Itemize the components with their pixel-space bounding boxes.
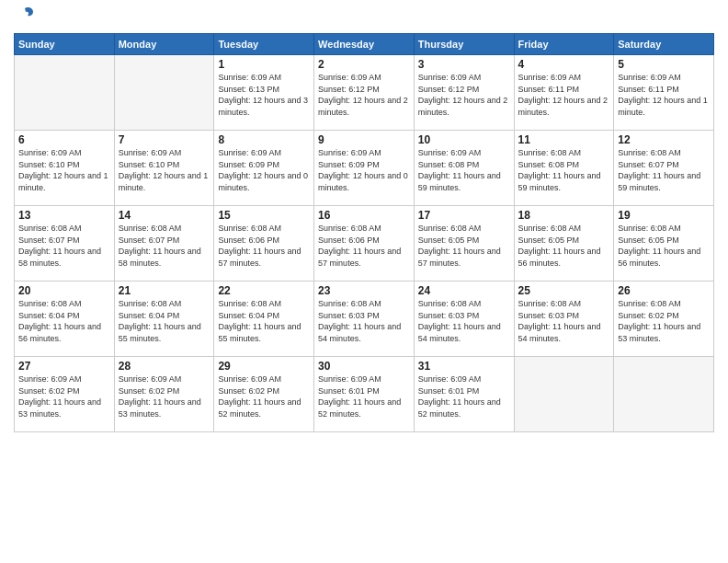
day-info: Sunrise: 6:09 AM Sunset: 6:01 PM Dayligh… bbox=[318, 373, 410, 419]
day-info: Sunrise: 6:09 AM Sunset: 6:02 PM Dayligh… bbox=[18, 373, 110, 419]
day-number: 13 bbox=[18, 209, 110, 222]
day-info: Sunrise: 6:08 AM Sunset: 6:03 PM Dayligh… bbox=[518, 298, 610, 344]
day-number: 26 bbox=[618, 284, 710, 297]
day-info: Sunrise: 6:08 AM Sunset: 6:02 PM Dayligh… bbox=[618, 298, 710, 344]
day-info: Sunrise: 6:09 AM Sunset: 6:10 PM Dayligh… bbox=[18, 147, 110, 193]
logo-bird-icon bbox=[15, 6, 35, 26]
page: SundayMondayTuesdayWednesdayThursdayFrid… bbox=[0, 0, 728, 563]
day-number: 25 bbox=[518, 284, 610, 297]
day-info: Sunrise: 6:09 AM Sunset: 6:12 PM Dayligh… bbox=[418, 72, 510, 118]
day-number: 16 bbox=[318, 209, 410, 222]
weekday-header-friday: Friday bbox=[514, 34, 614, 55]
day-info: Sunrise: 6:08 AM Sunset: 6:04 PM Dayligh… bbox=[18, 298, 110, 344]
day-number: 28 bbox=[119, 360, 210, 373]
day-number: 27 bbox=[18, 360, 110, 373]
day-info: Sunrise: 6:08 AM Sunset: 6:07 PM Dayligh… bbox=[618, 147, 710, 193]
day-info: Sunrise: 6:09 AM Sunset: 6:01 PM Dayligh… bbox=[418, 373, 510, 419]
calendar-cell: 23Sunrise: 6:08 AM Sunset: 6:03 PM Dayli… bbox=[314, 282, 415, 357]
calendar-cell: 28Sunrise: 6:09 AM Sunset: 6:02 PM Dayli… bbox=[114, 357, 214, 432]
day-number: 21 bbox=[119, 284, 210, 297]
calendar-week-4: 27Sunrise: 6:09 AM Sunset: 6:02 PM Dayli… bbox=[15, 357, 714, 432]
calendar-cell: 30Sunrise: 6:09 AM Sunset: 6:01 PM Dayli… bbox=[314, 357, 415, 432]
calendar-cell: 7Sunrise: 6:09 AM Sunset: 6:10 PM Daylig… bbox=[114, 131, 214, 206]
calendar-cell: 12Sunrise: 6:08 AM Sunset: 6:07 PM Dayli… bbox=[614, 131, 714, 206]
calendar-cell: 16Sunrise: 6:08 AM Sunset: 6:06 PM Dayli… bbox=[314, 206, 415, 282]
calendar-week-1: 6Sunrise: 6:09 AM Sunset: 6:10 PM Daylig… bbox=[15, 131, 714, 206]
calendar-cell: 2Sunrise: 6:09 AM Sunset: 6:12 PM Daylig… bbox=[314, 55, 415, 131]
day-info: Sunrise: 6:08 AM Sunset: 6:04 PM Dayligh… bbox=[218, 298, 310, 344]
day-info: Sunrise: 6:09 AM Sunset: 6:10 PM Dayligh… bbox=[119, 147, 210, 193]
day-info: Sunrise: 6:09 AM Sunset: 6:12 PM Dayligh… bbox=[318, 72, 410, 118]
day-info: Sunrise: 6:08 AM Sunset: 6:05 PM Dayligh… bbox=[518, 223, 610, 269]
calendar-cell: 3Sunrise: 6:09 AM Sunset: 6:12 PM Daylig… bbox=[414, 55, 514, 131]
day-info: Sunrise: 6:08 AM Sunset: 6:04 PM Dayligh… bbox=[119, 298, 210, 344]
calendar-cell: 1Sunrise: 6:09 AM Sunset: 6:13 PM Daylig… bbox=[214, 55, 314, 131]
calendar-cell: 9Sunrise: 6:09 AM Sunset: 6:09 PM Daylig… bbox=[314, 131, 415, 206]
calendar-week-0: 1Sunrise: 6:09 AM Sunset: 6:13 PM Daylig… bbox=[15, 55, 714, 131]
day-info: Sunrise: 6:09 AM Sunset: 6:09 PM Dayligh… bbox=[318, 147, 410, 193]
day-number: 20 bbox=[18, 284, 110, 297]
calendar-cell: 18Sunrise: 6:08 AM Sunset: 6:05 PM Dayli… bbox=[514, 206, 614, 282]
day-number: 17 bbox=[418, 209, 510, 222]
calendar-cell: 24Sunrise: 6:08 AM Sunset: 6:03 PM Dayli… bbox=[414, 282, 514, 357]
day-number: 18 bbox=[518, 209, 610, 222]
day-info: Sunrise: 6:08 AM Sunset: 6:03 PM Dayligh… bbox=[318, 298, 410, 344]
calendar-cell: 19Sunrise: 6:08 AM Sunset: 6:05 PM Dayli… bbox=[614, 206, 714, 282]
calendar-cell: 21Sunrise: 6:08 AM Sunset: 6:04 PM Dayli… bbox=[114, 282, 214, 357]
calendar-cell: 26Sunrise: 6:08 AM Sunset: 6:02 PM Dayli… bbox=[614, 282, 714, 357]
weekday-header-tuesday: Tuesday bbox=[214, 34, 314, 55]
calendar-cell: 22Sunrise: 6:08 AM Sunset: 6:04 PM Dayli… bbox=[214, 282, 314, 357]
calendar-cell: 4Sunrise: 6:09 AM Sunset: 6:11 PM Daylig… bbox=[514, 55, 614, 131]
calendar-week-2: 13Sunrise: 6:08 AM Sunset: 6:07 PM Dayli… bbox=[15, 206, 714, 282]
day-number: 24 bbox=[418, 284, 510, 297]
logo bbox=[14, 9, 35, 26]
day-info: Sunrise: 6:08 AM Sunset: 6:07 PM Dayligh… bbox=[119, 223, 210, 269]
day-info: Sunrise: 6:09 AM Sunset: 6:09 PM Dayligh… bbox=[218, 147, 310, 193]
day-number: 23 bbox=[318, 284, 410, 297]
day-number: 8 bbox=[218, 133, 310, 146]
calendar-cell: 15Sunrise: 6:08 AM Sunset: 6:06 PM Dayli… bbox=[214, 206, 314, 282]
weekday-header-monday: Monday bbox=[114, 34, 214, 55]
day-info: Sunrise: 6:08 AM Sunset: 6:07 PM Dayligh… bbox=[18, 223, 110, 269]
day-number: 7 bbox=[119, 133, 210, 146]
day-info: Sunrise: 6:08 AM Sunset: 6:03 PM Dayligh… bbox=[418, 298, 510, 344]
calendar-cell: 11Sunrise: 6:08 AM Sunset: 6:08 PM Dayli… bbox=[514, 131, 614, 206]
calendar-cell: 25Sunrise: 6:08 AM Sunset: 6:03 PM Dayli… bbox=[514, 282, 614, 357]
day-number: 2 bbox=[318, 58, 410, 71]
calendar-cell: 5Sunrise: 6:09 AM Sunset: 6:11 PM Daylig… bbox=[614, 55, 714, 131]
day-number: 10 bbox=[418, 133, 510, 146]
calendar-cell bbox=[15, 55, 115, 131]
day-number: 14 bbox=[119, 209, 210, 222]
calendar-cell: 17Sunrise: 6:08 AM Sunset: 6:05 PM Dayli… bbox=[414, 206, 514, 282]
calendar-cell: 13Sunrise: 6:08 AM Sunset: 6:07 PM Dayli… bbox=[15, 206, 115, 282]
calendar-header-row: SundayMondayTuesdayWednesdayThursdayFrid… bbox=[15, 34, 714, 55]
calendar: SundayMondayTuesdayWednesdayThursdayFrid… bbox=[14, 33, 714, 432]
day-number: 1 bbox=[218, 58, 310, 71]
weekday-header-sunday: Sunday bbox=[15, 34, 115, 55]
calendar-week-3: 20Sunrise: 6:08 AM Sunset: 6:04 PM Dayli… bbox=[15, 282, 714, 357]
weekday-header-thursday: Thursday bbox=[414, 34, 514, 55]
day-info: Sunrise: 6:08 AM Sunset: 6:06 PM Dayligh… bbox=[218, 223, 310, 269]
day-number: 5 bbox=[618, 58, 710, 71]
calendar-cell: 8Sunrise: 6:09 AM Sunset: 6:09 PM Daylig… bbox=[214, 131, 314, 206]
day-info: Sunrise: 6:08 AM Sunset: 6:05 PM Dayligh… bbox=[418, 223, 510, 269]
day-number: 3 bbox=[418, 58, 510, 71]
day-number: 12 bbox=[618, 133, 710, 146]
calendar-cell bbox=[114, 55, 214, 131]
day-number: 30 bbox=[318, 360, 410, 373]
calendar-cell: 27Sunrise: 6:09 AM Sunset: 6:02 PM Dayli… bbox=[15, 357, 115, 432]
calendar-cell: 31Sunrise: 6:09 AM Sunset: 6:01 PM Dayli… bbox=[414, 357, 514, 432]
day-info: Sunrise: 6:08 AM Sunset: 6:06 PM Dayligh… bbox=[318, 223, 410, 269]
calendar-cell: 14Sunrise: 6:08 AM Sunset: 6:07 PM Dayli… bbox=[114, 206, 214, 282]
day-info: Sunrise: 6:09 AM Sunset: 6:11 PM Dayligh… bbox=[618, 72, 710, 118]
day-number: 22 bbox=[218, 284, 310, 297]
day-number: 15 bbox=[218, 209, 310, 222]
day-info: Sunrise: 6:08 AM Sunset: 6:05 PM Dayligh… bbox=[618, 223, 710, 269]
day-number: 6 bbox=[18, 133, 110, 146]
header bbox=[14, 9, 714, 26]
day-number: 31 bbox=[418, 360, 510, 373]
calendar-cell: 6Sunrise: 6:09 AM Sunset: 6:10 PM Daylig… bbox=[15, 131, 115, 206]
day-info: Sunrise: 6:09 AM Sunset: 6:02 PM Dayligh… bbox=[218, 373, 310, 419]
calendar-cell bbox=[514, 357, 614, 432]
day-number: 29 bbox=[218, 360, 310, 373]
